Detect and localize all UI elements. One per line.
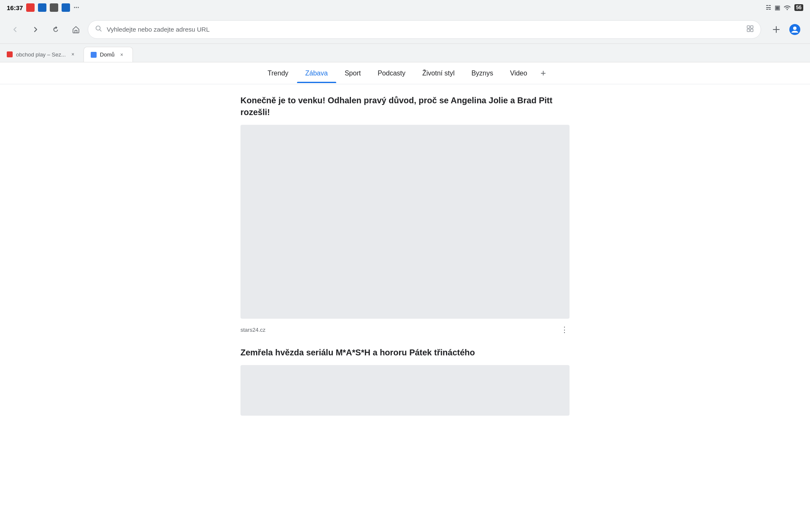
status-app-icon-4 <box>62 3 70 12</box>
nav-item-podcasty[interactable]: Podcasty <box>369 64 414 83</box>
tab-1-favicon <box>7 51 13 57</box>
status-app-icon-1 <box>26 3 35 12</box>
tab-2-close[interactable]: × <box>118 51 126 59</box>
article-1-more-button[interactable]: ⋮ <box>559 325 570 335</box>
tab-2-favicon <box>91 52 97 58</box>
nav-item-byznys[interactable]: Byznys <box>463 64 502 83</box>
svg-rect-1 <box>747 26 750 28</box>
status-right: ☵ ▣ 56 <box>766 4 803 11</box>
article-2-title[interactable]: Zemřela hvězda seriálu M*A*S*H a hororu … <box>240 347 570 358</box>
status-time: 16:37 <box>7 4 23 11</box>
reload-button[interactable] <box>47 21 64 38</box>
tab-1[interactable]: obchod play – Sez... × <box>0 47 84 62</box>
address-bar[interactable]: Vyhledejte nebo zadejte adresu URL <box>88 20 761 39</box>
status-app-icon-3 <box>50 3 58 12</box>
battery-icon: 56 <box>794 4 803 11</box>
cast-icon: ▣ <box>775 4 780 11</box>
address-bar-text: Vyhledejte nebo zadejte adresu URL <box>107 26 742 33</box>
status-app-icon-2 <box>38 3 46 12</box>
home-button[interactable] <box>68 21 84 38</box>
article-1-title[interactable]: Konečně je to venku! Odhalen pravý důvod… <box>240 94 570 118</box>
status-bar: 16:37 ··· ☵ ▣ 56 <box>0 0 810 15</box>
account-button[interactable] <box>786 21 803 38</box>
back-button[interactable] <box>7 21 24 38</box>
toolbar-actions <box>768 21 803 38</box>
article-1-image <box>240 125 570 319</box>
nav-item-sport[interactable]: Sport <box>336 64 369 83</box>
nav-item-zivotni-styl[interactable]: Životní styl <box>414 64 463 83</box>
bluetooth-icon: ☵ <box>766 4 771 11</box>
nav-menu: Trendy Zábava Sport Podcasty Životní sty… <box>0 62 810 84</box>
status-more-icon: ··· <box>73 4 79 11</box>
content-area: Konečně je to venku! Odhalen pravý důvod… <box>215 94 595 441</box>
svg-rect-4 <box>751 29 753 32</box>
article-2: Zemřela hvězda seriálu M*A*S*H a hororu … <box>240 347 570 416</box>
tabs-bar: obchod play – Sez... × Domů × <box>0 44 810 62</box>
search-icon <box>95 25 103 34</box>
article-1: Konečně je to venku! Odhalen pravý důvod… <box>240 94 570 336</box>
article-1-source-bar: stars24.cz ⋮ <box>240 323 570 336</box>
status-left: 16:37 ··· <box>7 3 79 12</box>
nav-item-video[interactable]: Video <box>502 64 536 83</box>
nav-add-button[interactable]: + <box>536 66 551 81</box>
article-2-image <box>240 365 570 416</box>
add-tab-button[interactable] <box>768 21 785 38</box>
tab-1-close[interactable]: × <box>69 51 77 58</box>
address-bar-expand-icon[interactable] <box>746 25 754 34</box>
svg-rect-3 <box>747 29 750 32</box>
nav-item-trendy[interactable]: Trendy <box>259 64 297 83</box>
nav-item-zabava[interactable]: Zábava <box>297 64 336 83</box>
wifi-icon <box>783 4 791 11</box>
forward-button[interactable] <box>27 21 44 38</box>
article-1-source-name: stars24.cz <box>240 327 265 333</box>
tab-2[interactable]: Domů × <box>84 47 133 62</box>
svg-rect-2 <box>751 26 753 28</box>
browser-toolbar: Vyhledejte nebo zadejte adresu URL <box>0 15 810 44</box>
tab-2-title: Domů <box>100 51 115 58</box>
tab-1-title: obchod play – Sez... <box>16 51 66 58</box>
